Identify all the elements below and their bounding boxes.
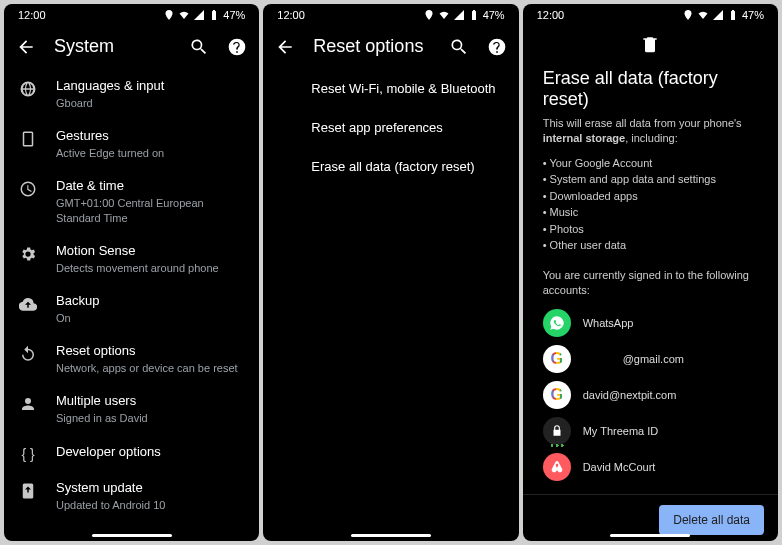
account-threema[interactable]: My Threema ID — [543, 417, 758, 445]
gestures-icon — [19, 130, 37, 148]
erase-all-data-screen: 12:00 47% Erase all data (factory reset)… — [523, 4, 778, 541]
help-icon[interactable] — [227, 37, 247, 57]
item-title: Gestures — [56, 128, 243, 145]
whatsapp-icon — [543, 309, 571, 337]
location-icon — [163, 9, 175, 21]
signal-icon — [712, 9, 724, 21]
reset-options-item[interactable]: Reset optionsNetwork, apps or device can… — [4, 334, 259, 384]
signal-icon — [453, 9, 465, 21]
date-time-item[interactable]: Date & timeGMT+01:00 Central European St… — [4, 169, 259, 233]
item-sub: On — [56, 311, 243, 325]
page-title: System — [54, 36, 171, 57]
reset-options-screen: 12:00 47% Reset options Reset Wi-Fi, mob… — [263, 4, 518, 541]
account-google-2[interactable]: G david@nextpit.com — [543, 381, 758, 409]
item-title: Date & time — [56, 178, 243, 195]
account-whatsapp[interactable]: WhatsApp — [543, 309, 758, 337]
threema-icon — [543, 417, 571, 445]
system-screen: 12:00 47% System Languages & inputGboard… — [4, 4, 259, 541]
bullet: System and app data and settings — [543, 171, 758, 188]
erase-all-data-item[interactable]: Erase all data (factory reset) — [263, 147, 518, 186]
status-time: 12:00 — [277, 9, 305, 21]
braces-icon: { } — [18, 444, 38, 462]
battery-icon — [468, 9, 480, 21]
battery-icon — [727, 9, 739, 21]
wifi-icon — [178, 9, 190, 21]
signal-icon — [193, 9, 205, 21]
motion-sense-item[interactable]: Motion SenseDetects movement around phon… — [4, 234, 259, 284]
erase-lead: This will erase all data from your phone… — [543, 116, 758, 147]
account-airbnb[interactable]: David McCourt — [543, 453, 758, 481]
nav-bar[interactable] — [610, 534, 690, 537]
reset-app-prefs-item[interactable]: Reset app preferences — [263, 108, 518, 147]
item-title: System update — [56, 480, 243, 497]
status-time: 12:00 — [18, 9, 46, 21]
cloud-upload-icon — [19, 295, 37, 313]
multiple-users-item[interactable]: Multiple usersSigned in as David — [4, 384, 259, 434]
erase-content: Erase all data (factory reset) This will… — [523, 26, 778, 494]
user-icon — [19, 395, 37, 413]
location-icon — [423, 9, 435, 21]
gestures-item[interactable]: GesturesActive Edge turned on — [4, 119, 259, 169]
app-bar: System — [4, 26, 259, 69]
globe-icon — [19, 80, 37, 98]
status-icons: 47% — [682, 9, 764, 21]
status-battery: 47% — [483, 9, 505, 21]
back-icon[interactable] — [275, 37, 295, 57]
reset-icon — [19, 345, 37, 363]
nav-bar[interactable] — [92, 534, 172, 537]
item-sub: GMT+01:00 Central European Standard Time — [56, 196, 243, 225]
location-icon — [682, 9, 694, 21]
reset-wifi-item[interactable]: Reset Wi-Fi, mobile & Bluetooth — [263, 69, 518, 108]
item-sub: Signed in as David — [56, 411, 243, 425]
backup-item[interactable]: BackupOn — [4, 284, 259, 334]
settings-list: Languages & inputGboard GesturesActive E… — [4, 69, 259, 541]
status-battery: 47% — [223, 9, 245, 21]
google-icon: G — [543, 345, 571, 373]
status-bar: 12:00 47% — [263, 4, 518, 26]
item-sub: Network, apps or device can be reset — [56, 361, 243, 375]
battery-icon — [208, 9, 220, 21]
help-icon[interactable] — [487, 37, 507, 57]
search-icon[interactable] — [449, 37, 469, 57]
reset-list: Reset Wi-Fi, mobile & Bluetooth Reset ap… — [263, 69, 518, 541]
erase-title: Erase all data (factory reset) — [543, 68, 758, 110]
item-sub: Detects movement around phone — [56, 261, 243, 275]
developer-options-item[interactable]: { } Developer options — [4, 435, 259, 471]
bullet: Your Google Account — [543, 155, 758, 172]
item-title: Motion Sense — [56, 243, 243, 260]
item-title: Reset options — [56, 343, 243, 360]
status-bar: 12:00 47% — [523, 4, 778, 26]
account-label: WhatsApp — [583, 317, 634, 329]
item-title: Multiple users — [56, 393, 243, 410]
item-sub: Updated to Android 10 — [56, 498, 243, 512]
wifi-icon — [697, 9, 709, 21]
bullet: Music — [543, 204, 758, 221]
item-title: Backup — [56, 293, 243, 310]
system-update-item[interactable]: System updateUpdated to Android 10 — [4, 471, 259, 521]
signed-in-text: You are currently signed in to the follo… — [543, 268, 758, 299]
google-icon: G — [543, 381, 571, 409]
item-sub: Gboard — [56, 96, 243, 110]
languages-input-item[interactable]: Languages & inputGboard — [4, 69, 259, 119]
account-google-1[interactable]: G @gmail.com — [543, 345, 758, 373]
delete-all-data-button[interactable]: Delete all data — [659, 505, 764, 535]
airbnb-icon — [543, 453, 571, 481]
bullet: Downloaded apps — [543, 188, 758, 205]
account-label: David McCourt — [583, 461, 656, 473]
status-battery: 47% — [742, 9, 764, 21]
trash-icon — [543, 34, 758, 56]
search-icon[interactable] — [189, 37, 209, 57]
bullet: Photos — [543, 221, 758, 238]
item-title: Developer options — [56, 444, 243, 461]
status-icons: 47% — [423, 9, 505, 21]
item-title: Languages & input — [56, 78, 243, 95]
back-icon[interactable] — [16, 37, 36, 57]
clock-icon — [19, 180, 37, 198]
erase-bullets: Your Google Account System and app data … — [543, 155, 758, 254]
wifi-icon — [438, 9, 450, 21]
gear-icon — [19, 245, 37, 263]
app-bar: Reset options — [263, 26, 518, 69]
page-title: Reset options — [313, 36, 430, 57]
nav-bar[interactable] — [351, 534, 431, 537]
update-icon — [19, 482, 37, 500]
